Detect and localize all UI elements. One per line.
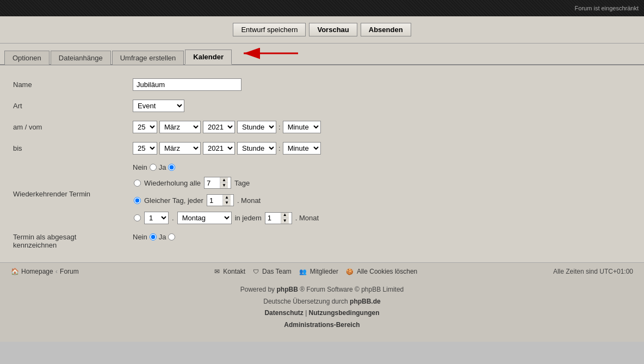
hour-to-select[interactable]: Stunde	[237, 142, 276, 155]
top-header: Forum ist eingeschränkt	[0, 0, 644, 16]
nein-label-1: Nein	[133, 163, 147, 171]
minute-from-select[interactable]: Minute	[283, 121, 321, 133]
time-separator-to: :	[278, 144, 281, 152]
page-footer: 🏠 Homepage ‹ Forum Kontakt Das Team Mitg…	[0, 262, 644, 280]
tab-dateihanange[interactable]: Dateianhänge	[51, 51, 111, 65]
tab-optionen[interactable]: Optionen	[4, 51, 49, 65]
cookie-icon	[346, 268, 355, 275]
day-to-select[interactable]: 25	[133, 142, 157, 155]
form-table: Name Art Event Geburtstag Termin am / vo…	[11, 74, 633, 254]
weekday-month-down-button[interactable]: ▼	[281, 218, 289, 224]
forum-link[interactable]: Forum	[60, 268, 79, 275]
wiederkehrend-label: Wiederkehrender Termin	[11, 159, 131, 229]
datenschutz-link[interactable]: Datenschutz	[264, 309, 303, 317]
mitglieder-link[interactable]: Mitglieder	[299, 268, 338, 275]
weekday-month-up-button[interactable]: ▲	[281, 213, 289, 218]
in-jedem-label: in jedem	[235, 214, 262, 222]
year-from-select[interactable]: 2021 2020 2022	[203, 121, 235, 133]
gleicher-tag-monat-label: . Monat	[237, 196, 261, 205]
preview-button[interactable]: Vorschau	[309, 23, 357, 36]
homepage-link[interactable]: 🏠 Homepage	[11, 268, 53, 275]
abgesagt-ja-label: Ja	[159, 233, 166, 241]
footer-nav-center: Kontakt Das Team Mitglieder Alle Cookies…	[82, 268, 550, 275]
bis-row: bis 25 März Januar Februar April 2021 20…	[11, 138, 633, 159]
bis-inputs: 25 März Januar Februar April 2021 2020 2…	[133, 142, 631, 155]
admin-line: Administrations-Bereich	[11, 319, 633, 331]
name-input[interactable]	[133, 78, 242, 91]
home-icon: 🏠	[11, 268, 19, 275]
gleicher-tag-spinner: ▲ ▼	[207, 194, 234, 206]
wiederkehrend-row: Wiederkehrender Termin Nein Ja Wiederhol…	[11, 159, 633, 229]
recurrence-radio-3[interactable]	[134, 214, 141, 221]
recurrence-radio-1[interactable]	[134, 180, 141, 187]
weekday-month-spinner: ▲ ▼	[265, 212, 292, 224]
gleicher-tag-input[interactable]	[207, 195, 222, 206]
kontakt-link[interactable]: Kontakt	[214, 268, 245, 275]
phpbb-link[interactable]: phpBB	[276, 286, 298, 293]
toolbar: Entwurf speichern Vorschau Absenden	[0, 16, 644, 44]
shield-icon	[253, 268, 260, 275]
am-vom-row: am / vom 25 März Januar Februar April 20…	[11, 116, 633, 138]
abgesagt-ja-radio[interactable]	[168, 233, 175, 240]
wiederholung-spinner: ▲ ▼	[204, 177, 231, 189]
wiederholung-input[interactable]	[205, 178, 220, 188]
art-row: Art Event Geburtstag Termin	[11, 95, 633, 116]
submit-button[interactable]: Absenden	[361, 23, 411, 36]
dot-label-1: .	[172, 214, 174, 222]
weekday-month-spinner-buttons: ▲ ▼	[281, 213, 289, 224]
minute-to-select[interactable]: Minute	[283, 142, 321, 155]
recurrence-row-2: Gleicher Tag, jeder ▲ ▼ . Monat	[134, 194, 631, 206]
abgesagt-options: Nein Ja	[133, 233, 631, 241]
users-icon	[299, 268, 308, 275]
gleicher-tag-down-button[interactable]: ▼	[223, 200, 231, 206]
gleicher-tag-up-button[interactable]: ▲	[223, 195, 231, 200]
am-vom-label: am / vom	[11, 116, 131, 138]
abgesagt-nein-label: Nein	[133, 233, 147, 241]
main-content: Name Art Event Geburtstag Termin am / vo…	[0, 65, 644, 262]
hour-from-select[interactable]: Stunde	[237, 121, 276, 133]
recurrence-radio-2[interactable]	[134, 197, 141, 204]
monat-label-2: . Monat	[295, 214, 319, 222]
das-team-link[interactable]: Das Team	[253, 268, 292, 275]
recurrence-row-1: Wiederholung alle ▲ ▼ Tage	[134, 177, 631, 189]
arrow-indicator	[238, 44, 304, 63]
year-to-select[interactable]: 2021 2020 2022	[203, 142, 235, 155]
top-header-text: Forum ist eingeschränkt	[575, 5, 639, 11]
envelope-icon	[214, 268, 221, 275]
day-from-select[interactable]: 25	[133, 121, 157, 133]
german-translation-line: Deutsche Übersetzung durch phpBB.de	[11, 296, 633, 308]
name-row: Name	[11, 74, 633, 95]
nutzungsbedingungen-link[interactable]: Nutzungsbedingungen	[309, 309, 380, 317]
weekday-day-select[interactable]: Montag Dienstag Mittwoch Donnerstag Frei…	[177, 212, 232, 224]
footer-nav-left: 🏠 Homepage ‹ Forum	[11, 267, 79, 275]
month-from-select[interactable]: März Januar Februar April	[159, 121, 201, 133]
tabs-bar: Optionen Dateianhänge Umfrage erstellen …	[0, 44, 644, 65]
gleicher-tag-label: Gleicher Tag, jeder	[144, 196, 203, 205]
admin-link[interactable]: Administrations-Bereich	[284, 321, 360, 329]
wiederholung-spinner-buttons: ▲ ▼	[220, 177, 228, 188]
tab-kalender[interactable]: Kalender	[185, 50, 232, 65]
weekday-month-input[interactable]	[265, 213, 281, 223]
am-vom-inputs: 25 März Januar Februar April 2021 2020 2…	[133, 121, 631, 133]
draft-button[interactable]: Entwurf speichern	[233, 23, 306, 36]
month-to-select[interactable]: März Januar Februar April	[159, 142, 201, 155]
art-select[interactable]: Event Geburtstag Termin	[133, 100, 184, 112]
tage-label: Tage	[234, 179, 250, 187]
nein-radio-1[interactable]	[150, 164, 157, 171]
ja-radio-1[interactable]	[168, 164, 175, 171]
footer-separator-1: ‹	[55, 267, 58, 275]
wiederholung-down-button[interactable]: ▼	[220, 183, 228, 188]
phpbb-de-link[interactable]: phpBB.de	[350, 298, 381, 305]
bis-label: bis	[11, 138, 131, 159]
wiederholung-up-button[interactable]: ▲	[220, 177, 228, 183]
powered-by-line: Powered by phpBB ® Forum Software © phpB…	[11, 284, 633, 296]
tab-umfrage[interactable]: Umfrage erstellen	[112, 51, 184, 65]
recurrence-row-3: 1 2 3 4 . Montag Dienstag Mittwoch Donne…	[134, 212, 631, 224]
footer-timezone: Alle Zeiten sind UTC+01:00	[553, 268, 633, 275]
recurrence-options: Wiederholung alle ▲ ▼ Tage	[134, 177, 631, 224]
cookies-link[interactable]: Alle Cookies löschen	[346, 268, 417, 275]
weekday-position-select[interactable]: 1 2 3 4	[144, 212, 169, 224]
abgesagt-nein-radio[interactable]	[150, 233, 157, 240]
time-separator-from: :	[278, 123, 281, 131]
abgesagt-label: Termin als abgesagt kennzeichnen	[11, 229, 131, 254]
